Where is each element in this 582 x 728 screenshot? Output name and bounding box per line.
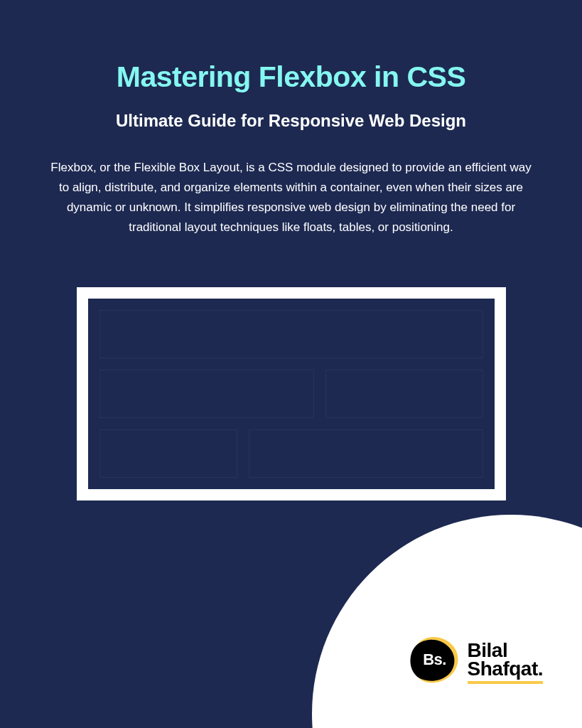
author-logo: Bs. Bilal Shafqat. xyxy=(409,634,543,685)
diagram-cell xyxy=(99,370,314,418)
diagram-row xyxy=(99,370,483,418)
page-title: Mastering Flexbox in CSS xyxy=(43,60,539,94)
logo-abbr: Bs. xyxy=(423,651,446,669)
diagram-row xyxy=(99,429,483,478)
logo-name-line2: Shafqat. xyxy=(468,659,543,679)
diagram-row xyxy=(99,310,483,358)
logo-blob-icon: Bs. xyxy=(409,634,460,685)
diagram-cell xyxy=(99,310,483,358)
diagram-cell xyxy=(249,429,483,478)
intro-paragraph: Flexbox, or the Flexible Box Layout, is … xyxy=(50,158,533,237)
logo-text: Bilal Shafqat. xyxy=(468,641,543,679)
flexbox-diagram xyxy=(77,287,506,500)
corner-circle-decoration xyxy=(312,515,582,728)
diagram-cell xyxy=(325,370,483,418)
diagram-cell xyxy=(99,429,237,478)
page-subtitle: Ultimate Guide for Responsive Web Design xyxy=(43,111,539,131)
